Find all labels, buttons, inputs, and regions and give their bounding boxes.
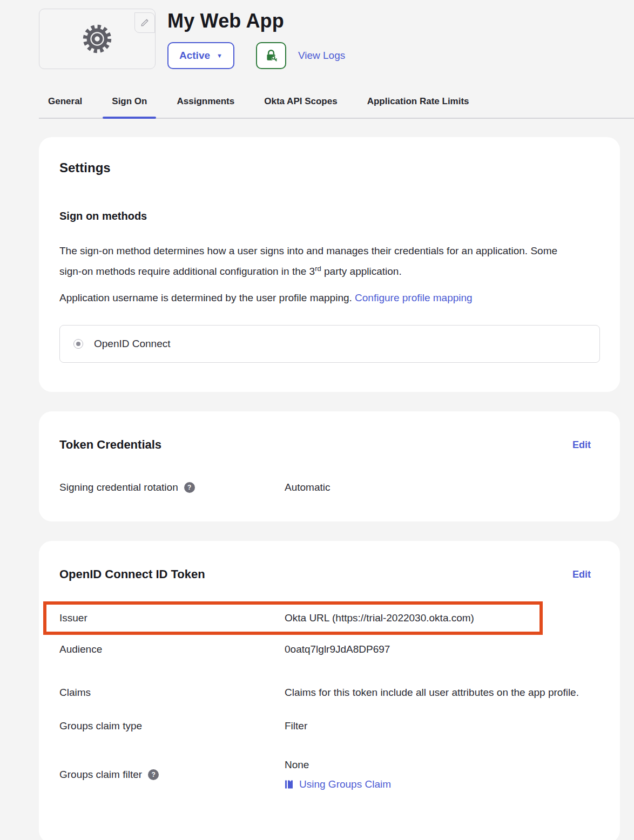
tab-sign-on[interactable]: Sign On [103,96,156,118]
using-groups-claim-link[interactable]: Using Groups Claim [299,778,391,790]
token-credentials-title: Token Credentials [59,437,161,452]
tab-okta-api-scopes[interactable]: Okta API Scopes [255,96,346,118]
groups-claim-filter-row: Groups claim filter ? None Using Groups … [39,759,620,790]
radio-selected-icon[interactable] [73,339,83,349]
edit-logo-button[interactable] [134,12,155,33]
help-icon[interactable]: ? [184,482,195,493]
token-credentials-card: Token Credentials Edit Signing credentia… [39,411,620,521]
sign-on-method-option[interactable]: OpenID Connect [59,325,600,363]
openid-id-token-title: OpenID Connect ID Token [59,567,205,582]
help-glyph: ? [151,771,155,778]
sign-on-policy-button[interactable] [256,42,286,69]
row-label: Issuer [59,612,87,624]
view-logs-link[interactable]: View Logs [298,50,345,62]
token-credentials-edit-link[interactable]: Edit [572,439,591,451]
status-dropdown-button[interactable]: Active ▼ [167,42,234,69]
groups-claim-type-row: Groups claim type Filter [39,720,620,732]
app-header: My Web App Active ▼ View Logs [0,0,634,69]
row-value: Automatic [285,482,591,493]
groups-claim-filter-value: None [285,759,591,771]
row-value: 0oatq7lglr9JdA8DP697 [285,643,591,655]
help-icon[interactable]: ? [148,769,159,780]
row-label: Claims [59,687,91,699]
desc-superscript: rd [315,265,321,273]
configure-profile-mapping-link[interactable]: Configure profile mapping [355,292,473,303]
sign-on-methods-title: Sign on methods [59,209,599,222]
lock-key-icon [264,49,278,63]
row-label: Audience [59,643,102,655]
row-label: Groups claim type [59,720,142,732]
claims-row: Claims Claims for this token include all… [39,682,620,703]
book-icon [285,780,294,789]
openid-id-token-edit-link[interactable]: Edit [572,569,591,580]
pencil-icon [140,18,150,28]
status-label: Active [179,50,210,62]
openid-id-token-card: OpenID Connect ID Token Edit Issuer Okta… [39,541,620,840]
sign-on-method-label: OpenID Connect [94,338,171,350]
signing-credential-rotation-row: Signing credential rotation ? Automatic [39,482,620,493]
page-title: My Web App [167,9,345,33]
app-logo [39,9,156,69]
row-value: None Using Groups Claim [285,759,591,790]
desc-text-tail: party application. [321,266,402,277]
username-text: Application username is determined by th… [59,292,355,303]
settings-card: Settings Sign on methods The sign-on met… [39,137,620,392]
help-glyph: ? [187,484,191,491]
gear-icon [83,24,112,53]
tab-application-rate-limits[interactable]: Application Rate Limits [358,96,478,118]
chevron-down-icon: ▼ [217,53,222,59]
tab-assignments[interactable]: Assignments [167,96,244,118]
row-label: Signing credential rotation [59,482,178,493]
row-label: Groups claim filter [59,769,142,781]
app-tab-bar: General Sign On Assignments Okta API Sco… [39,96,634,119]
settings-title: Settings [59,160,599,176]
row-value: Filter [285,720,591,732]
tab-general[interactable]: General [39,96,91,118]
audience-row: Audience 0oatq7lglr9JdA8DP697 [39,643,620,655]
sign-on-method-description: The sign-on method determines how a user… [59,242,570,280]
row-value: Okta URL (https://trial-2022030.okta.com… [285,612,591,624]
desc-text: The sign-on method determines how a user… [59,245,557,277]
row-value: Claims for this token include all user a… [285,682,591,703]
issuer-row: Issuer Okta URL (https://trial-2022030.o… [39,601,620,635]
username-mapping-text: Application username is determined by th… [59,289,599,307]
